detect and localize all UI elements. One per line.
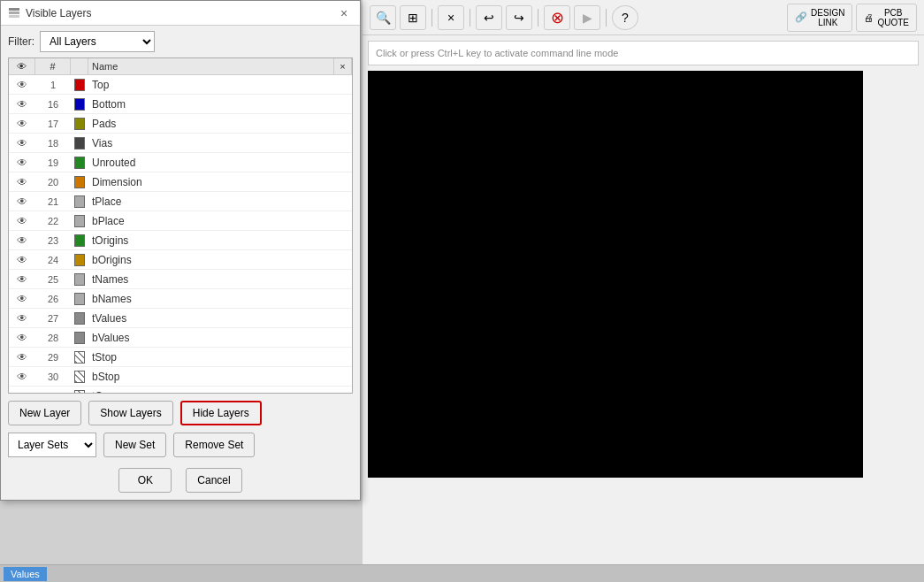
- filter-select[interactable]: All Layers Signal Layers Silkscreen Past…: [40, 31, 155, 52]
- layer-row-empty: [334, 200, 352, 203]
- show-layers-button[interactable]: Show Layers: [88, 401, 172, 425]
- layer-color-swatch: [71, 330, 88, 346]
- svg-rect-2: [9, 15, 19, 18]
- new-set-button[interactable]: New Set: [103, 433, 166, 457]
- status-bar: Values: [0, 564, 924, 582]
- layer-sets-select[interactable]: Layer Sets: [8, 433, 96, 457]
- table-row[interactable]: 👁20Dimension: [9, 172, 352, 192]
- zoom-in-button[interactable]: 🔍: [370, 5, 396, 30]
- layer-color-solid-box: [74, 332, 85, 344]
- layer-name: Bottom: [88, 96, 334, 112]
- remove-set-button[interactable]: Remove Set: [173, 433, 255, 457]
- table-row[interactable]: 👁1Top: [9, 75, 352, 95]
- table-row[interactable]: 👁21tPlace: [9, 192, 352, 211]
- table-row[interactable]: 👁24bOrigins: [9, 250, 352, 270]
- layer-color-hatch-box: [74, 351, 85, 364]
- layer-row-empty: [334, 258, 352, 262]
- layer-visibility-toggle[interactable]: 👁: [9, 174, 35, 190]
- layer-number: 16: [35, 97, 71, 111]
- undo-button[interactable]: ↩: [476, 5, 502, 30]
- header-eye: 👁: [9, 58, 35, 74]
- layer-row-empty: [334, 142, 352, 145]
- table-row[interactable]: 👁28bValues: [9, 328, 352, 348]
- pcb-quote-label: PCB QUOTE: [877, 8, 909, 27]
- table-row[interactable]: 👁23tOrigins: [9, 231, 352, 250]
- layer-row-empty: [334, 161, 352, 165]
- cancel-button[interactable]: Cancel: [186, 468, 241, 493]
- layer-visibility-toggle[interactable]: 👁: [9, 291, 35, 307]
- layer-visibility-toggle[interactable]: 👁: [9, 213, 35, 229]
- layer-visibility-toggle[interactable]: 👁: [9, 272, 35, 287]
- table-row[interactable]: 👁26bNames: [9, 289, 352, 309]
- layer-table-header: 👁 # Name ×: [9, 58, 352, 75]
- layer-visibility-toggle[interactable]: 👁: [9, 388, 35, 394]
- hide-layers-button[interactable]: Hide Layers: [180, 401, 262, 425]
- toolbar-separator-1: [431, 9, 432, 27]
- dialog-title: Visible Layers: [8, 7, 91, 19]
- help-button[interactable]: ?: [612, 5, 638, 30]
- table-row[interactable]: 👁22bPlace: [9, 211, 352, 231]
- layer-color-solid-box: [74, 176, 85, 188]
- redo-button[interactable]: ↪: [506, 5, 532, 30]
- layer-visibility-toggle[interactable]: 👁: [9, 77, 35, 93]
- layer-row-empty: [334, 336, 352, 340]
- layer-row-empty: [334, 122, 352, 126]
- new-layer-button[interactable]: New Layer: [8, 401, 81, 425]
- design-link-button[interactable]: 🔗 DESIGN LINK: [787, 4, 852, 32]
- layer-visibility-toggle[interactable]: 👁: [9, 330, 35, 346]
- layer-row-empty: [334, 219, 352, 223]
- layer-color-swatch: [71, 388, 88, 394]
- table-row[interactable]: 👁25tNames: [9, 270, 352, 289]
- layer-visibility-toggle[interactable]: 👁: [9, 155, 35, 171]
- layer-color-swatch: [71, 310, 88, 326]
- ok-button[interactable]: OK: [118, 468, 172, 493]
- layer-color-swatch: [71, 96, 88, 112]
- table-row[interactable]: 👁18Vias: [9, 134, 352, 153]
- command-bar[interactable]: Click or press Ctrl+L key to activate co…: [368, 41, 919, 65]
- layer-visibility-toggle[interactable]: 👁: [9, 233, 35, 249]
- table-row[interactable]: 👁19Unrouted: [9, 153, 352, 172]
- svg-rect-1: [9, 11, 19, 14]
- layer-row-empty: [334, 103, 352, 106]
- layer-table-container[interactable]: 👁 # Name × 👁1Top👁16Bottom👁17Pads👁18Vias👁…: [8, 57, 353, 394]
- play-button[interactable]: ▶: [574, 5, 600, 30]
- layer-name: bNames: [88, 291, 334, 307]
- layer-visibility-toggle[interactable]: 👁: [9, 135, 35, 151]
- layer-visibility-toggle[interactable]: 👁: [9, 349, 35, 365]
- visible-layers-dialog: Visible Layers × Filter: All Layers Sign…: [0, 0, 361, 501]
- ok-cancel-row: OK Cancel: [1, 461, 360, 500]
- layer-visibility-toggle[interactable]: 👁: [9, 369, 35, 385]
- layer-color-swatch: [71, 233, 88, 249]
- dialog-close-button[interactable]: ×: [335, 4, 353, 22]
- layer-color-swatch: [71, 155, 88, 171]
- dialog-titlebar: Visible Layers ×: [1, 1, 360, 26]
- layer-visibility-toggle[interactable]: 👁: [9, 194, 35, 210]
- layer-visibility-toggle[interactable]: 👁: [9, 252, 35, 268]
- layer-number: 26: [35, 292, 71, 306]
- toolbar-separator-3: [538, 9, 538, 27]
- pcb-icon: 🖨: [864, 12, 874, 23]
- layer-name: Dimension: [88, 174, 334, 190]
- table-row[interactable]: 👁31tCream: [9, 387, 352, 394]
- table-row[interactable]: 👁16Bottom: [9, 95, 352, 114]
- filter-label: Filter:: [8, 35, 34, 48]
- layer-visibility-toggle[interactable]: 👁: [9, 96, 35, 112]
- table-row[interactable]: 👁29tStop: [9, 348, 352, 367]
- layer-visibility-toggle[interactable]: 👁: [9, 116, 35, 132]
- layer-color-solid-box: [74, 312, 85, 325]
- table-row[interactable]: 👁30bStop: [9, 367, 352, 387]
- table-row[interactable]: 👁17Pads: [9, 114, 352, 134]
- layer-number: 30: [35, 370, 71, 384]
- layer-color-solid-box: [74, 118, 85, 130]
- layer-number: 21: [35, 195, 71, 209]
- pcb-quote-button[interactable]: 🖨 PCB QUOTE: [856, 4, 917, 32]
- zoom-fit-button[interactable]: ⊞: [400, 5, 426, 30]
- layer-visibility-toggle[interactable]: 👁: [9, 310, 35, 326]
- stop-button[interactable]: ⊗: [544, 5, 570, 30]
- table-row[interactable]: 👁27tValues: [9, 309, 352, 328]
- close-tool-button[interactable]: ×: [438, 5, 464, 30]
- buttons-row-2: Layer Sets New Set Remove Set: [1, 429, 360, 461]
- layer-color-solid-box: [74, 157, 85, 169]
- filter-row: Filter: All Layers Signal Layers Silkscr…: [1, 26, 360, 57]
- layer-name: bStop: [88, 369, 334, 385]
